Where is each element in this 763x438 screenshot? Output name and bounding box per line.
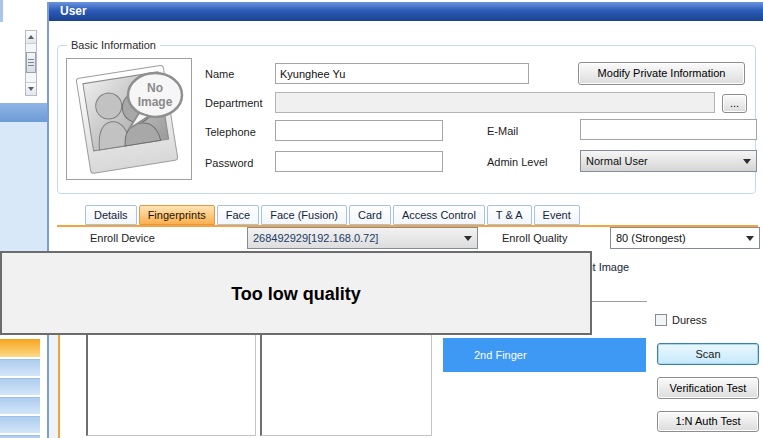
quality-warning-popup: Too low quality — [0, 251, 592, 335]
department-browse-button[interactable]: ... — [722, 94, 747, 113]
tab-card[interactable]: Card — [349, 205, 391, 225]
background-list-row[interactable] — [0, 378, 40, 395]
basic-information-label: Basic Information — [67, 39, 160, 51]
popup-message: Too low quality — [2, 284, 590, 305]
fingerprint-image-box-1 — [86, 335, 256, 436]
enroll-quality-select[interactable]: 80 (Strongest) — [610, 227, 760, 249]
department-input[interactable] — [275, 92, 715, 113]
background-list-row[interactable] — [0, 359, 40, 376]
background-selected-item[interactable] — [0, 339, 40, 357]
scroll-up-button[interactable] — [26, 31, 36, 44]
background-window-strip — [0, 0, 47, 438]
scroll-down-icon — [28, 87, 34, 91]
scroll-up-icon — [28, 35, 34, 39]
tab-access-control[interactable]: Access Control — [393, 205, 485, 225]
user-panel: User Basic Information — [49, 2, 763, 438]
telephone-input[interactable] — [275, 120, 443, 141]
duress-label: Duress — [672, 314, 707, 326]
duress-checkbox[interactable] — [655, 314, 667, 326]
scan-button[interactable]: Scan — [657, 343, 759, 365]
tab-strip: Details Fingerprints Face Face (Fusion) … — [85, 205, 580, 225]
enroll-quality-label: Enroll Quality — [502, 232, 567, 244]
telephone-label: Telephone — [205, 126, 256, 138]
duress-option: Duress — [655, 313, 707, 327]
email-input[interactable] — [580, 119, 757, 140]
page-title: User — [60, 4, 87, 18]
scrollbar-grip-icon — [28, 59, 34, 66]
modify-private-information-button[interactable]: Modify Private Information — [578, 62, 745, 85]
name-input[interactable] — [275, 63, 529, 84]
admin-level-select[interactable]: Normal User — [580, 150, 757, 172]
tab-fingerprints[interactable]: Fingerprints — [139, 205, 215, 225]
enroll-device-select[interactable]: 268492929[192.168.0.72] — [247, 227, 478, 249]
dropdown-arrow-icon — [746, 236, 754, 241]
tab-t-and-a[interactable]: T & A — [487, 205, 532, 225]
background-blue-band — [0, 103, 47, 122]
tab-face[interactable]: Face — [217, 205, 259, 225]
email-label: E-Mail — [487, 125, 518, 137]
password-label: Password — [205, 157, 253, 169]
dropdown-arrow-icon — [464, 236, 472, 241]
admin-level-label: Admin Level — [487, 156, 548, 168]
fingerprint-image-box-2 — [260, 335, 432, 436]
finger-list-item-selected[interactable]: 2nd Finger — [443, 338, 646, 372]
user-photo-placeholder: No Image — [66, 58, 192, 180]
verification-test-button[interactable]: Verification Test — [657, 377, 759, 399]
department-label: Department — [205, 97, 262, 109]
panel-titlebar: User — [49, 2, 763, 21]
background-list-row[interactable] — [0, 416, 40, 433]
background-list-row[interactable] — [0, 397, 40, 414]
svg-text:No: No — [147, 81, 163, 95]
tab-face-fusion[interactable]: Face (Fusion) — [261, 205, 347, 225]
no-image-icon: No Image — [67, 59, 191, 179]
scrollbar-thumb[interactable] — [26, 52, 36, 73]
tab-event[interactable]: Event — [534, 205, 580, 225]
name-label: Name — [205, 68, 234, 80]
dropdown-arrow-icon — [743, 159, 751, 164]
tab-details[interactable]: Details — [85, 205, 137, 225]
scroll-down-button[interactable] — [26, 82, 36, 95]
password-input[interactable] — [275, 151, 443, 172]
enroll-device-label: Enroll Device — [90, 232, 155, 244]
background-corner-sliver — [0, 0, 3, 22]
svg-text:Image: Image — [138, 95, 173, 109]
background-scrollbar[interactable] — [25, 30, 37, 96]
auth-test-button[interactable]: 1:N Auth Test — [657, 411, 759, 432]
